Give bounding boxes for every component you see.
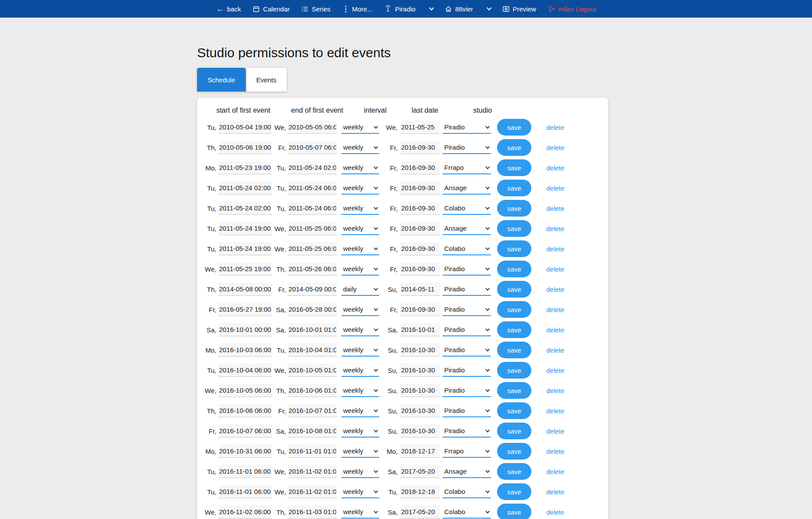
last-date-input[interactable] bbox=[400, 505, 440, 519]
interval-select[interactable]: weekly bbox=[341, 404, 379, 417]
interval-select-control[interactable]: weekly bbox=[341, 141, 379, 153]
nav-calendar-button[interactable]: Calendar bbox=[252, 5, 290, 13]
interval-select[interactable]: weekly bbox=[341, 242, 379, 255]
studio-select-control[interactable]: Piradio bbox=[443, 343, 491, 356]
end-of-event-input[interactable] bbox=[288, 343, 337, 357]
end-of-event-input[interactable] bbox=[288, 485, 337, 498]
nav-station-dropdown[interactable]: Piradio bbox=[384, 5, 416, 13]
last-date-input[interactable] bbox=[400, 141, 440, 154]
last-date-input[interactable] bbox=[400, 445, 440, 458]
studio-select-control[interactable]: Colabo bbox=[443, 485, 491, 497]
interval-select-control[interactable]: weekly bbox=[341, 505, 379, 518]
interval-select-control[interactable]: weekly bbox=[341, 262, 379, 275]
studio-select[interactable]: Piradio bbox=[443, 323, 491, 336]
save-button[interactable]: save bbox=[497, 119, 531, 136]
end-of-event-input[interactable] bbox=[288, 222, 337, 235]
end-of-event-input[interactable] bbox=[288, 262, 337, 276]
delete-link[interactable]: delete bbox=[546, 306, 564, 313]
save-button[interactable]: save bbox=[497, 362, 531, 379]
studio-select[interactable]: Piradio bbox=[443, 303, 491, 316]
studio-select[interactable]: Colabo bbox=[443, 485, 491, 498]
studio-select[interactable]: Ansage bbox=[443, 465, 491, 478]
delete-link[interactable]: delete bbox=[546, 346, 564, 354]
save-button[interactable]: save bbox=[497, 504, 531, 519]
studio-select-control[interactable]: Ansage bbox=[443, 222, 491, 234]
nav-series-button[interactable]: Series bbox=[301, 5, 331, 13]
studio-select[interactable]: Piradio bbox=[443, 262, 491, 276]
end-of-event-input[interactable] bbox=[288, 424, 337, 438]
start-of-event-input[interactable] bbox=[218, 303, 272, 316]
tab-events[interactable]: Events bbox=[246, 68, 287, 92]
studio-select[interactable]: Piradio bbox=[443, 343, 491, 357]
start-of-event-input[interactable] bbox=[218, 262, 272, 276]
interval-select-control[interactable]: weekly bbox=[341, 181, 379, 194]
last-date-input[interactable] bbox=[400, 222, 440, 235]
delete-link[interactable]: delete bbox=[546, 225, 564, 232]
end-of-event-input[interactable] bbox=[288, 283, 337, 296]
interval-select-control[interactable]: weekly bbox=[341, 161, 379, 173]
save-button[interactable]: save bbox=[497, 281, 531, 298]
save-button[interactable]: save bbox=[497, 200, 531, 217]
studio-select[interactable]: Piradio bbox=[443, 283, 491, 296]
interval-select[interactable]: weekly bbox=[341, 181, 379, 195]
start-of-event-input[interactable] bbox=[218, 424, 272, 438]
last-date-input[interactable] bbox=[400, 343, 440, 357]
interval-select-control[interactable]: weekly bbox=[341, 303, 379, 315]
studio-select-control[interactable]: Frrapo bbox=[443, 445, 491, 457]
studio-select-control[interactable]: Piradio bbox=[443, 323, 491, 335]
start-of-event-input[interactable] bbox=[218, 364, 272, 377]
last-date-input[interactable] bbox=[400, 323, 440, 336]
studio-select[interactable]: Piradio bbox=[443, 121, 491, 134]
save-button[interactable]: save bbox=[497, 240, 531, 257]
studio-select[interactable]: Piradio bbox=[443, 424, 491, 438]
studio-select-control[interactable]: Colabo bbox=[443, 202, 491, 214]
studio-select-control[interactable]: Ansage bbox=[443, 465, 491, 477]
studio-select-control[interactable]: Piradio bbox=[443, 303, 491, 315]
delete-link[interactable]: delete bbox=[546, 407, 564, 415]
start-of-event-input[interactable] bbox=[218, 141, 272, 154]
end-of-event-input[interactable] bbox=[288, 505, 337, 519]
interval-select[interactable]: weekly bbox=[341, 323, 379, 336]
studio-select[interactable]: Colabo bbox=[443, 202, 491, 215]
studio-select[interactable]: Piradio bbox=[443, 384, 491, 397]
interval-select[interactable]: weekly bbox=[341, 364, 379, 377]
studio-select-control[interactable]: Ansage bbox=[443, 181, 491, 194]
delete-link[interactable]: delete bbox=[546, 488, 564, 496]
interval-select-control[interactable]: weekly bbox=[341, 485, 379, 497]
interval-select[interactable]: weekly bbox=[341, 343, 379, 357]
start-of-event-input[interactable] bbox=[218, 323, 272, 336]
save-button[interactable]: save bbox=[497, 463, 531, 480]
interval-select-control[interactable]: weekly bbox=[341, 445, 379, 457]
nav-back-button[interactable]: ← back bbox=[216, 5, 241, 13]
last-date-input[interactable] bbox=[400, 364, 440, 377]
interval-select-control[interactable]: weekly bbox=[341, 343, 379, 356]
delete-link[interactable]: delete bbox=[546, 448, 564, 455]
studio-select[interactable]: Ansage bbox=[443, 181, 491, 195]
save-button[interactable]: save bbox=[497, 180, 531, 196]
interval-select[interactable]: weekly bbox=[341, 262, 379, 276]
start-of-event-input[interactable] bbox=[218, 242, 272, 255]
start-of-event-input[interactable] bbox=[218, 404, 272, 417]
tab-schedule[interactable]: Schedule bbox=[197, 68, 246, 92]
start-of-event-input[interactable] bbox=[218, 283, 272, 296]
last-date-input[interactable] bbox=[400, 303, 440, 316]
studio-select[interactable]: Ansage bbox=[443, 222, 491, 235]
studio-select-control[interactable]: Colabo bbox=[443, 242, 491, 254]
end-of-event-input[interactable] bbox=[288, 445, 337, 458]
save-button[interactable]: save bbox=[497, 321, 531, 338]
last-date-input[interactable] bbox=[400, 181, 440, 195]
last-date-input[interactable] bbox=[400, 242, 440, 255]
studio-select-control[interactable]: Colabo bbox=[443, 505, 491, 518]
start-of-event-input[interactable] bbox=[218, 181, 272, 195]
last-date-input[interactable] bbox=[400, 424, 440, 438]
delete-link[interactable]: delete bbox=[546, 184, 564, 192]
studio-select[interactable]: Colabo bbox=[443, 505, 491, 519]
interval-select-control[interactable]: weekly bbox=[341, 364, 379, 376]
start-of-event-input[interactable] bbox=[218, 465, 272, 478]
last-date-input[interactable] bbox=[400, 121, 440, 134]
channel-dropdown-toggle[interactable] bbox=[487, 8, 491, 10]
save-button[interactable]: save bbox=[497, 483, 531, 500]
studio-select[interactable]: Colabo bbox=[443, 242, 491, 255]
end-of-event-input[interactable] bbox=[288, 404, 337, 417]
studio-select[interactable]: Piradio bbox=[443, 141, 491, 154]
